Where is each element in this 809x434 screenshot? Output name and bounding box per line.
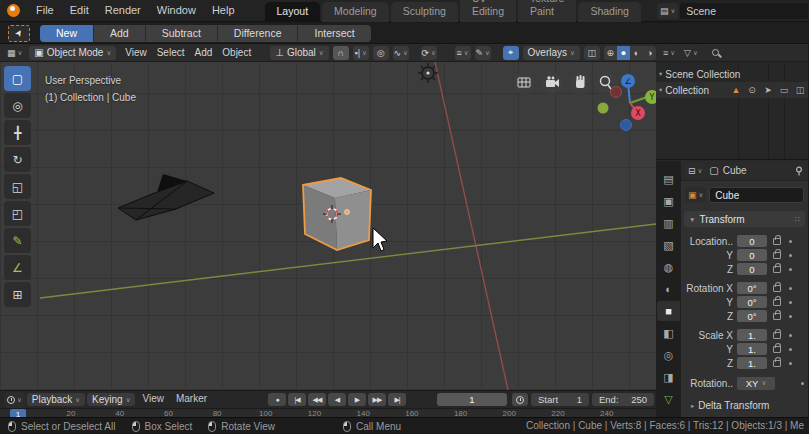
- tool-add-cube-button[interactable]: ⊞: [4, 282, 31, 307]
- lock-icon[interactable]: [773, 266, 781, 273]
- browse-scene-button[interactable]: ▤∨: [657, 3, 678, 19]
- editor-type-button[interactable]: ▦∨: [4, 45, 25, 61]
- animate-dot[interactable]: [789, 301, 792, 304]
- menu-render[interactable]: Render: [97, 0, 149, 21]
- timeline-menu-marker[interactable]: Marker: [171, 393, 212, 406]
- tab-scene-icon[interactable]: ◍: [657, 257, 680, 277]
- disclosure-arrow-icon[interactable]: ▾: [659, 70, 662, 78]
- tab-object-icon[interactable]: ■: [657, 301, 680, 321]
- tab-modifiers-icon[interactable]: ◧: [657, 323, 680, 343]
- active-tool-select-box-button[interactable]: ➤: [8, 25, 30, 42]
- outliner-display-mode-button[interactable]: ≡∨: [660, 45, 678, 61]
- animate-dot[interactable]: [789, 254, 792, 257]
- transform-value-field[interactable]: 0: [737, 235, 767, 247]
- gizmo-neg-y-axis[interactable]: [598, 103, 609, 114]
- animate-dot[interactable]: [789, 334, 792, 337]
- delta-transform-panel[interactable]: ▸ Delta Transform: [691, 400, 808, 411]
- render-visibility-icon[interactable]: ◫: [794, 85, 806, 95]
- mode-dropdown[interactable]: ▣Object Mode∨: [29, 46, 116, 60]
- lock-icon[interactable]: [773, 238, 781, 245]
- tab-uv-editing[interactable]: UV Editing: [460, 0, 516, 22]
- animate-dot[interactable]: [789, 362, 792, 365]
- jump-to-end-button[interactable]: ▶|: [388, 393, 406, 406]
- viewport-menu-view[interactable]: View: [120, 47, 152, 58]
- tool-select-box-button[interactable]: ▢: [4, 66, 31, 91]
- gizmo-neg-x-axis[interactable]: [611, 87, 622, 98]
- solid-shading-icon[interactable]: ●: [617, 46, 630, 60]
- viewport-visibility-icon[interactable]: ▭: [778, 85, 790, 95]
- select-mode-new-button[interactable]: New: [40, 25, 93, 42]
- jump-to-start-button[interactable]: |◀: [288, 393, 306, 406]
- transform-value-field[interactable]: 0: [737, 263, 767, 275]
- transform-value-field[interactable]: 0°: [737, 296, 767, 308]
- viewport-canvas[interactable]: Y X ∠ User Perspective (1) Collection | …: [0, 62, 656, 390]
- transform-panel-header[interactable]: ▼ Transform ∷: [684, 211, 805, 227]
- frame-end-field[interactable]: End: 250: [592, 393, 654, 406]
- select-mode-difference-button[interactable]: Difference: [218, 25, 298, 42]
- show-gizmo-toggle[interactable]: ⌖: [503, 46, 519, 60]
- tab-layout[interactable]: Layout: [265, 2, 321, 22]
- animate-dot[interactable]: [789, 268, 792, 271]
- timeline-menu-playback[interactable]: Playback∨: [27, 393, 85, 406]
- tab-render-icon[interactable]: ▣: [657, 191, 680, 211]
- pin-icon[interactable]: [794, 166, 804, 176]
- snap-magnet-icon[interactable]: ∩: [333, 46, 349, 60]
- tab-world-icon[interactable]: ◐: [657, 279, 680, 299]
- frame-start-field[interactable]: Start 1: [531, 393, 589, 406]
- transform-value-field[interactable]: 1.: [737, 343, 767, 355]
- prev-keyframe-button[interactable]: ◀◀: [308, 393, 326, 406]
- lock-icon[interactable]: [773, 346, 781, 353]
- lock-icon[interactable]: [773, 332, 781, 339]
- menu-window[interactable]: Window: [149, 0, 204, 21]
- tab-data-icon[interactable]: ▽: [657, 389, 680, 409]
- panel-grip-icon[interactable]: ∷: [795, 215, 800, 224]
- animate-dot[interactable]: [789, 315, 792, 318]
- tab-modeling[interactable]: Modeling: [322, 2, 389, 22]
- tool-annotate-button[interactable]: ✎: [4, 228, 31, 253]
- record-button[interactable]: ●: [268, 393, 286, 406]
- timeline-menu-view[interactable]: View: [137, 393, 169, 406]
- overlay-options-dropdown[interactable]: ✎∨: [475, 46, 491, 60]
- gizmo-neg-z-axis[interactable]: [621, 120, 632, 131]
- lock-icon[interactable]: [773, 285, 781, 292]
- outliner-filter-button[interactable]: ▽∨: [681, 45, 701, 61]
- select-mode-add-button[interactable]: Add: [94, 25, 145, 42]
- wireframe-shading-icon[interactable]: ⊕: [604, 46, 617, 60]
- auto-keying-button[interactable]: [512, 393, 528, 406]
- viewport-menu-object[interactable]: Object: [217, 47, 256, 58]
- zoom-grid-button[interactable]: [513, 72, 535, 94]
- select-mode-intersect-button[interactable]: Intersect: [298, 25, 370, 42]
- viewport-menu-add[interactable]: Add: [190, 47, 218, 58]
- disclosure-arrow-icon[interactable]: ▾: [659, 86, 662, 94]
- selectable-cursor-icon[interactable]: ➤: [762, 85, 774, 95]
- object-browse-button[interactable]: ⊟∨: [685, 163, 705, 179]
- xray-toggle[interactable]: ◫: [584, 46, 600, 60]
- gizmos-dropdown[interactable]: ≡∨: [455, 46, 471, 60]
- blender-logo-icon[interactable]: [7, 4, 20, 17]
- tool-move-button[interactable]: ╋: [4, 120, 31, 145]
- menu-edit[interactable]: Edit: [62, 0, 97, 21]
- lock-icon[interactable]: [773, 299, 781, 306]
- orientation-dropdown[interactable]: ⊥Global∨: [270, 46, 328, 60]
- falloff-dropdown[interactable]: ∿∨: [393, 46, 409, 60]
- animate-dot[interactable]: [801, 382, 804, 385]
- object-data-icon[interactable]: ▣∨: [685, 187, 706, 203]
- outliner-row-scene-collection[interactable]: ▾Scene Collection: [656, 66, 808, 82]
- current-frame-field[interactable]: 1: [437, 393, 507, 406]
- lock-icon[interactable]: [773, 360, 781, 367]
- move-view-button[interactable]: [569, 72, 591, 94]
- rotation-mode-dropdown[interactable]: XY∨: [737, 377, 775, 390]
- object-name-field[interactable]: Cube: [709, 187, 804, 203]
- animate-dot[interactable]: [789, 348, 792, 351]
- tab-shading[interactable]: Shading: [578, 2, 641, 22]
- timeline-editor-type-button[interactable]: ∨: [4, 392, 25, 408]
- transform-value-field[interactable]: 0: [737, 249, 767, 261]
- tool-transform-button[interactable]: ◰: [4, 201, 31, 226]
- cone-object[interactable]: [118, 174, 214, 220]
- search-icon[interactable]: [712, 49, 719, 56]
- timeline-menu-keying[interactable]: Keying∨: [87, 393, 135, 406]
- viewport-menu-select[interactable]: Select: [152, 47, 190, 58]
- tool-rotate-button[interactable]: ↻: [4, 147, 31, 172]
- scene-name-field[interactable]: Scene: [680, 3, 808, 19]
- tab-output-icon[interactable]: ▥: [657, 213, 680, 233]
